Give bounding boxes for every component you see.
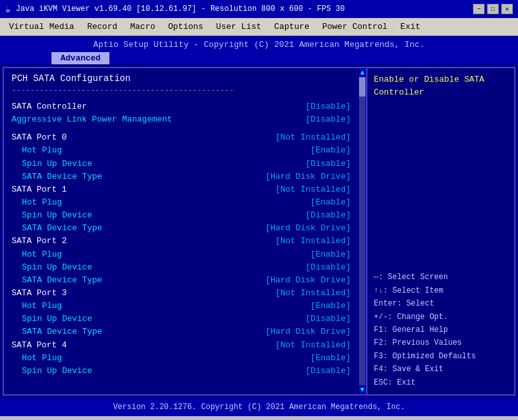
sidebar-help-item: F1: General Help — [374, 324, 508, 336]
bios-row-label: Spin Up Device — [12, 313, 92, 325]
sidebar-help-item: ↑↓: Select Item — [374, 284, 508, 297]
menu-macro[interactable]: Macro — [124, 19, 162, 34]
bios-row: Hot Plug[Enable] — [12, 248, 351, 261]
menu-virtual-media[interactable]: Virtual Media — [3, 19, 80, 34]
sidebar-help-item: ↔: Select Screen — [374, 271, 508, 284]
bios-row-label: Spin Up Device — [12, 365, 92, 378]
sidebar-help-item: +/-: Change Opt. — [374, 311, 508, 324]
sidebar-help-item: Enter: Select — [374, 297, 508, 310]
sidebar-help-item: F3: Optimized Defaults — [374, 350, 508, 363]
minimize-button[interactable]: − — [473, 4, 485, 14]
bios-row-value: [Disable] — [306, 313, 351, 325]
bios-row-value: [Disable] — [306, 100, 351, 113]
bios-row-value: [Enable] — [311, 144, 351, 157]
bios-row-value: [Disable] — [306, 261, 351, 274]
bios-row: SATA Device Type[Hard Disk Drive] — [12, 170, 351, 183]
bios-row-label: Spin Up Device — [12, 158, 92, 170]
sidebar-description: Enable or Disable SATA Controller — [374, 73, 508, 98]
bios-row: SATA Device Type[Hard Disk Drive] — [12, 274, 351, 287]
bios-row: Hot Plug[Enable] — [12, 196, 351, 209]
bios-row-value: [Not Installed] — [275, 287, 351, 300]
bios-row-label: Hot Plug — [12, 352, 62, 365]
menu-options[interactable]: Options — [162, 19, 210, 34]
bios-divider: ----------------------------------------… — [12, 86, 351, 95]
bios-row-label: Hot Plug — [12, 300, 62, 313]
sidebar-help: ↔: Select Screen↑↓: Select ItemEnter: Se… — [374, 271, 508, 389]
bios-row-label: SATA Controller — [12, 100, 87, 113]
bios-section-title: PCH SATA Configuration — [12, 73, 351, 84]
bios-row-label: Spin Up Device — [12, 261, 92, 274]
menu-exit[interactable]: Exit — [394, 19, 427, 34]
bios-row: Spin Up Device[Disable] — [12, 209, 351, 222]
sidebar-help-item: F4: Save & Exit — [374, 363, 508, 376]
bios-row-value: [Not Installed] — [275, 131, 351, 144]
bios-row-label: Aggressive Link Power Management — [12, 113, 172, 126]
bios-row-label: SATA Port 0 — [12, 131, 67, 144]
bios-row: SATA Port 3[Not Installed] — [12, 287, 351, 300]
bios-tab-row: Advanced — [0, 51, 518, 64]
close-button[interactable]: ✕ — [501, 4, 513, 14]
bios-row-value: [Hard Disk Drive] — [265, 222, 351, 235]
scroll-track — [359, 77, 365, 385]
bios-row: Spin Up Device[Disable] — [12, 261, 351, 274]
bios-row-value: [Enable] — [311, 248, 351, 261]
bios-row-value: [Disable] — [306, 158, 351, 170]
scroll-up-arrow[interactable]: ▲ — [360, 68, 365, 77]
scroll-down-arrow[interactable]: ▼ — [360, 385, 365, 394]
bios-row: SATA Port 0[Not Installed] — [12, 131, 351, 144]
app-icon: ☕ — [5, 4, 10, 15]
bios-row-label: SATA Device Type — [12, 170, 102, 183]
scrollbar[interactable]: ▲ ▼ — [358, 68, 366, 394]
bios-rows-container: SATA Controller[Disable]Aggressive Link … — [12, 100, 351, 378]
bios-row-value: [Hard Disk Drive] — [265, 170, 351, 183]
bios-row-label: SATA Port 1 — [12, 183, 67, 196]
status-bar: Version 2.20.1276. Copyright (C) 2021 Am… — [0, 398, 518, 416]
bios-sidebar: Enable or Disable SATA Controller ↔: Sel… — [366, 68, 514, 394]
menu-record[interactable]: Record — [80, 19, 124, 34]
menu-user-list[interactable]: User List — [210, 19, 268, 34]
bios-row-label: Hot Plug — [12, 196, 62, 209]
bios-row: Hot Plug[Enable] — [12, 352, 351, 365]
bios-row-value: [Hard Disk Drive] — [265, 274, 351, 287]
scroll-thumb[interactable] — [359, 77, 365, 96]
menu-capture[interactable]: Capture — [268, 19, 316, 34]
bios-row: SATA Port 4[Not Installed] — [12, 339, 351, 352]
maximize-button[interactable]: □ — [487, 4, 499, 14]
bios-row-value: [Enable] — [311, 196, 351, 209]
bios-row: Spin Up Device[Disable] — [12, 158, 351, 170]
bios-row: Aggressive Link Power Management[Disable… — [12, 113, 351, 126]
bios-row: Hot Plug[Enable] — [12, 300, 351, 313]
bios-row-value: [Enable] — [311, 300, 351, 313]
bios-row: SATA Device Type[Hard Disk Drive] — [12, 222, 351, 235]
bios-row-label: Hot Plug — [12, 144, 62, 157]
bios-header-text: Aptio Setup Utility - Copyright (C) 2021… — [93, 40, 425, 50]
tab-advanced[interactable]: Advanced — [51, 52, 109, 64]
bios-row-value: [Not Installed] — [275, 183, 351, 196]
bios-main-panel: PCH SATA Configuration -----------------… — [4, 68, 358, 394]
bios-row: SATA Port 1[Not Installed] — [12, 183, 351, 196]
bios-row-value: [Not Installed] — [275, 235, 351, 248]
bios-row-label: SATA Port 2 — [12, 235, 67, 248]
title-bar-controls: − □ ✕ — [473, 4, 513, 14]
bios-row: Spin Up Device[Disable] — [12, 365, 351, 378]
bios-row-value: [Disable] — [306, 365, 351, 378]
bios-row: SATA Device Type[Hard Disk Drive] — [12, 325, 351, 338]
bios-row-value: [Enable] — [311, 352, 351, 365]
bios-row-label: Spin Up Device — [12, 209, 92, 222]
sidebar-help-item: ESC: Exit — [374, 376, 508, 389]
bios-row-label: SATA Device Type — [12, 325, 102, 338]
bios-area: Aptio Setup Utility - Copyright (C) 2021… — [0, 36, 518, 416]
bios-row-value: [Disable] — [306, 113, 351, 126]
bios-row: SATA Port 2[Not Installed] — [12, 235, 351, 248]
window-title: Java iKVM Viewer v1.69.40 [10.12.61.97] … — [15, 5, 344, 14]
bios-row-label: SATA Device Type — [12, 222, 102, 235]
bios-row: Spin Up Device[Disable] — [12, 313, 351, 325]
title-bar: ☕ Java iKVM Viewer v1.69.40 [10.12.61.97… — [0, 0, 518, 18]
bios-row-value: [Not Installed] — [275, 339, 351, 352]
bios-main-area: PCH SATA Configuration -----------------… — [4, 68, 366, 394]
bios-row-label: SATA Port 3 — [12, 287, 67, 300]
menu-power-control[interactable]: Power Control — [316, 19, 394, 34]
bios-row: Hot Plug[Enable] — [12, 144, 351, 157]
bios-content: PCH SATA Configuration -----------------… — [3, 67, 515, 396]
bios-row-label: SATA Device Type — [12, 274, 102, 287]
